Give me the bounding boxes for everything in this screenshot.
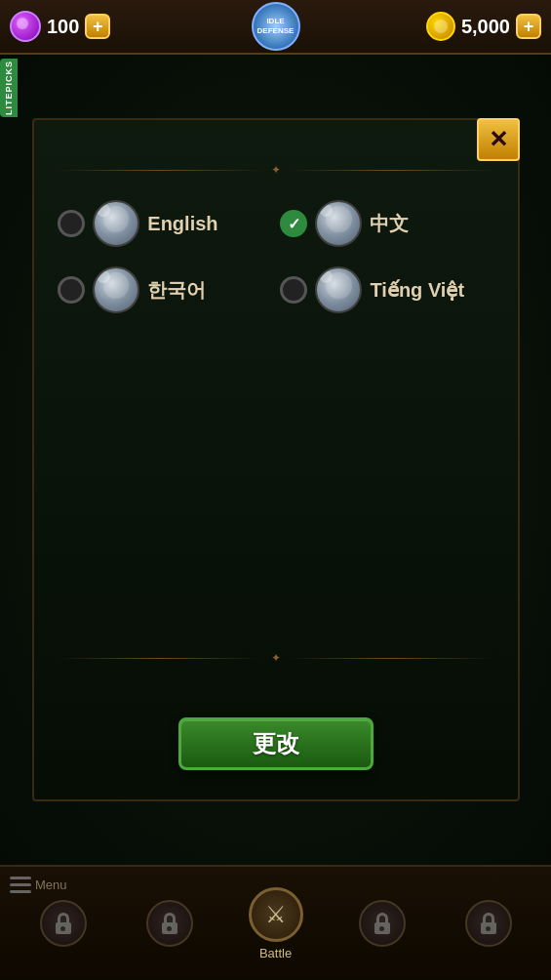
label-korean: 한국어 — [147, 277, 206, 304]
top-left-currency: 100 + — [10, 11, 110, 42]
lock-icon-5 — [480, 913, 497, 934]
lock-hole-2 — [167, 926, 172, 931]
gem-icon — [10, 11, 41, 42]
border-line-right — [289, 170, 493, 171]
lock-body-4 — [374, 922, 390, 934]
sword-icon: ⚔ — [265, 901, 287, 928]
menu-item[interactable]: Menu — [10, 877, 67, 893]
bottom-icon-wrap-2 — [142, 896, 197, 951]
lock-hole-1 — [60, 926, 65, 931]
radio-vietnamese[interactable] — [280, 276, 307, 304]
coin-plus-button[interactable]: + — [516, 14, 541, 39]
lock-hole-5 — [486, 926, 491, 931]
bottom-icon-wrap-4 — [355, 896, 410, 951]
bottom-icon-wrap-1 — [36, 896, 91, 951]
menu-line-3 — [10, 890, 31, 893]
globe-vietnamese — [315, 266, 362, 313]
top-bar: 100 + IDLEDEFENSE 5,000 + — [0, 0, 551, 55]
modal-bottom-border: ✦ — [58, 657, 492, 659]
language-modal: ✕ ✦ English ✓ — [32, 118, 520, 801]
language-option-chinese[interactable]: ✓ 中文 — [280, 200, 492, 247]
label-english: English — [147, 213, 217, 235]
menu-line-1 — [10, 877, 31, 879]
menu-label: Menu — [35, 878, 67, 892]
label-chinese: 中文 — [370, 211, 409, 237]
bottom-item-4[interactable] — [355, 896, 410, 951]
bottom-icon-5 — [465, 900, 512, 947]
logo-icon: IDLEDEFENSE — [252, 2, 300, 51]
game-area: ✕ ✦ English ✓ — [0, 55, 551, 865]
language-option-korean[interactable]: 한국어 — [58, 266, 270, 313]
border-ornament-bottom: ✦ — [271, 651, 281, 665]
lock-top-2 — [164, 913, 176, 922]
lock-top-5 — [483, 913, 494, 922]
top-right-currency: 5,000 + — [426, 12, 541, 41]
language-option-english[interactable]: English — [58, 200, 270, 247]
bottom-icon-wrap-5 — [461, 896, 516, 951]
modal-overlay: ✕ ✦ English ✓ — [0, 55, 551, 865]
battle-icon-wrap: ⚔ — [249, 887, 303, 942]
lock-hole-4 — [379, 926, 384, 931]
border-line-bottom-right — [289, 658, 493, 659]
language-grid: English ✓ 中文 한국어 — [58, 200, 492, 313]
menu-icon — [10, 877, 31, 893]
bottom-icon-4 — [359, 900, 406, 947]
modal-top-border: ✦ — [58, 169, 492, 171]
bottom-item-1[interactable] — [36, 896, 91, 951]
bottom-item-5[interactable] — [461, 896, 516, 951]
lock-body-1 — [56, 922, 71, 934]
language-option-vietnamese[interactable]: Tiếng Việt — [280, 266, 492, 313]
lock-top-4 — [376, 913, 388, 922]
globe-chinese — [315, 200, 362, 247]
gem-plus-button[interactable]: + — [85, 14, 110, 39]
bottom-icon-2 — [146, 900, 193, 947]
bottom-icon-1 — [40, 900, 87, 947]
radio-chinese[interactable]: ✓ — [280, 210, 307, 237]
menu-line-2 — [10, 883, 31, 886]
radio-korean[interactable] — [58, 276, 85, 304]
litepicks-badge: LITEPICKS — [0, 59, 18, 117]
battle-label: Battle — [259, 946, 292, 960]
check-icon: ✓ — [288, 215, 300, 233]
confirm-button[interactable]: 更改 — [178, 717, 374, 770]
globe-english — [93, 200, 139, 247]
bottom-item-2[interactable] — [142, 896, 197, 951]
lock-icon-2 — [161, 913, 178, 934]
logo: IDLEDEFENSE — [252, 2, 300, 51]
bottom-bar: Menu — [0, 865, 551, 980]
gem-value: 100 — [47, 16, 79, 38]
border-ornament-left: ✦ — [271, 163, 281, 177]
lock-body-5 — [481, 922, 496, 934]
close-button[interactable]: ✕ — [477, 118, 520, 161]
border-line-left — [58, 170, 262, 171]
lock-icon-4 — [374, 913, 391, 934]
lock-top-1 — [58, 913, 69, 922]
globe-korean — [93, 266, 139, 313]
battle-icon-circle: ⚔ — [249, 887, 303, 942]
battle-item[interactable]: ⚔ Battle — [249, 887, 303, 960]
lock-body-2 — [162, 922, 177, 934]
border-line-bottom-left — [58, 658, 262, 659]
label-vietnamese: Tiếng Việt — [370, 278, 464, 302]
lock-icon-1 — [55, 913, 72, 934]
coin-icon — [426, 12, 455, 41]
coin-value: 5,000 — [461, 16, 510, 38]
radio-english[interactable] — [58, 210, 85, 237]
